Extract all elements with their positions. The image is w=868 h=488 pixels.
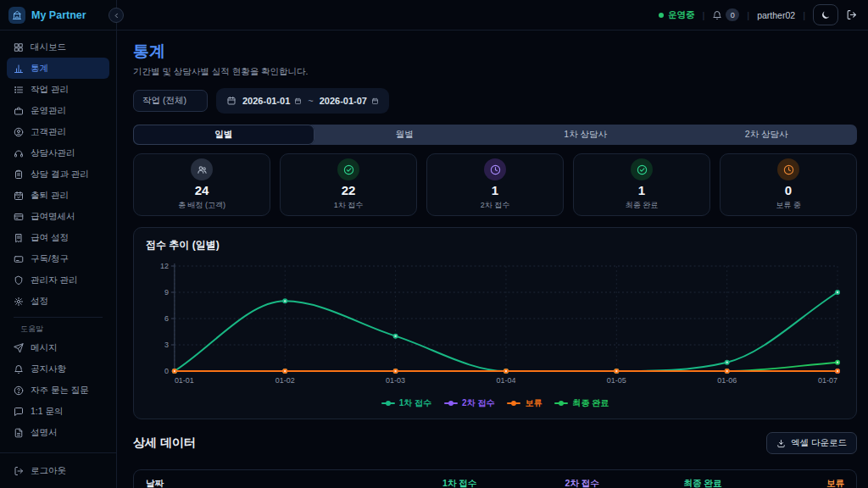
- question-icon: [14, 385, 24, 396]
- sidebar-item-bell[interactable]: 공지사항: [7, 358, 109, 380]
- chevron-left-icon: [113, 12, 120, 19]
- logo-row: My Partner: [0, 0, 116, 30]
- sidebar-item-label: 통계: [31, 63, 48, 75]
- legend-label: 1차 접수: [399, 397, 431, 409]
- page-title: 통계: [133, 41, 857, 63]
- stat-card: 24총 배정 (고객): [133, 153, 270, 216]
- stat-label: 보류 중: [776, 200, 801, 211]
- sidebar-item-label: 운영관리: [31, 105, 66, 117]
- sidebar-item-gear[interactable]: 설정: [7, 291, 109, 312]
- sidebar-item-label: 출퇴 관리: [31, 190, 69, 202]
- clock-icon: [484, 158, 506, 180]
- sidebar-item-calendar-check[interactable]: 출퇴 관리: [7, 185, 109, 206]
- briefcase-icon: [14, 106, 24, 116]
- sidebar-item-tasks[interactable]: 작업 관리: [7, 79, 109, 100]
- page-subtitle: 기간별 및 상담사별 실적 현황을 확인합니다.: [133, 66, 857, 78]
- sidebar-item-label: 설명서: [31, 427, 58, 439]
- stat-value: 24: [195, 183, 209, 197]
- status-dot: [659, 13, 664, 18]
- shield-icon: [14, 275, 24, 286]
- sidebar-item-user[interactable]: 고객관리: [7, 121, 109, 142]
- brand-logo-icon: [8, 7, 25, 24]
- svg-text:6: 6: [164, 314, 169, 323]
- sidebar-item-headset[interactable]: 상담사관리: [7, 142, 109, 164]
- sidebar-item-chat[interactable]: 1:1 문의: [7, 401, 109, 422]
- sidebar-item-clipboard[interactable]: 상담 결과 관리: [7, 164, 109, 185]
- line-chart: 03691201-0101-0201-0301-0401-0501-0601-0…: [146, 259, 844, 395]
- tab-2[interactable]: 1차 상담사: [495, 125, 676, 145]
- bell-icon: [712, 10, 722, 20]
- sidebar-item-briefcase[interactable]: 운영관리: [7, 100, 109, 121]
- sidebar-item-grid[interactable]: 대시보드: [7, 36, 109, 58]
- legend-item[interactable]: 2차 접수: [444, 397, 494, 409]
- stat-label: 2차 접수: [481, 200, 510, 211]
- sidebar-item-doc[interactable]: 설명서: [7, 422, 109, 443]
- sidebar-item-shield[interactable]: 관리자 관리: [7, 269, 109, 291]
- stat-card: 0보류 중: [720, 153, 857, 216]
- legend-item[interactable]: 최종 완료: [554, 397, 609, 409]
- download-icon: [776, 439, 786, 448]
- chart-title: 접수 추이 (일별): [146, 238, 844, 252]
- sidebar-help-label: 도움말: [7, 319, 109, 337]
- legend-item[interactable]: 1차 접수: [381, 397, 431, 409]
- sidebar-collapse-button[interactable]: [108, 8, 124, 23]
- svg-text:12: 12: [160, 262, 169, 270]
- table-column-header: 최종 완료: [599, 478, 722, 488]
- notifications-button[interactable]: 0: [712, 8, 739, 21]
- sidebar: My Partner 대시보드통계작업 관리운영관리고객관리상담사관리상담 결과…: [0, 0, 117, 488]
- sidebar-item-wallet[interactable]: 구독/청구: [7, 248, 109, 269]
- legend-item[interactable]: 보류: [507, 397, 542, 409]
- topbar-separator: |: [702, 10, 704, 20]
- date-to-field[interactable]: 2026-01-07: [320, 96, 379, 106]
- sidebar-item-receipt[interactable]: 급여 설정: [7, 227, 109, 248]
- sidebar-item-question[interactable]: 자주 묻는 질문: [7, 380, 109, 401]
- detail-title: 상세 데이터: [133, 435, 196, 451]
- check-circle-icon: [337, 158, 359, 180]
- doc-icon: [14, 428, 24, 438]
- table-column-header: 2차 접수: [476, 478, 599, 488]
- sidebar-item-label: 구독/청구: [31, 253, 69, 265]
- sidebar-footer: 로그아웃: [0, 452, 116, 488]
- sidebar-item-logout[interactable]: 로그아웃: [7, 460, 109, 481]
- tab-1[interactable]: 월별: [314, 125, 496, 145]
- svg-text:01-05: 01-05: [607, 376, 626, 385]
- calendar-check-icon: [14, 191, 24, 201]
- clipboard-icon: [14, 169, 24, 180]
- tasks-icon: [14, 85, 24, 95]
- legend-label: 최종 완료: [572, 397, 609, 409]
- date-from-field[interactable]: 2026-01-01: [242, 96, 302, 106]
- users-icon: [191, 158, 213, 180]
- job-filter-select[interactable]: 작업 (전체): [133, 90, 208, 112]
- date-range-picker: 2026-01-01 ~ 2026-01-07: [216, 88, 389, 114]
- chart-icon: [14, 64, 24, 74]
- stat-value: 1: [492, 183, 498, 197]
- sidebar-help-items: 메시지공지사항자주 묻는 질문1:1 문의설명서: [7, 337, 109, 443]
- sidebar-item-label: 1:1 문의: [31, 406, 64, 418]
- sidebar-item-label: 대시보드: [31, 42, 66, 53]
- sidebar-item-chart[interactable]: 통계: [7, 58, 109, 79]
- content: 통계 기간별 및 상담사별 실적 현황을 확인합니다. 작업 (전체) 2026…: [117, 30, 868, 488]
- username: parther02: [757, 10, 795, 20]
- logout-button[interactable]: [846, 9, 857, 20]
- table-column-header: 보류: [721, 478, 844, 488]
- sidebar-item-label: 상담사관리: [31, 147, 75, 159]
- svg-text:3: 3: [164, 341, 169, 349]
- stat-value: 1: [638, 183, 645, 197]
- card-icon: [14, 212, 24, 222]
- dark-mode-toggle[interactable]: [813, 4, 838, 25]
- download-label: 엑셀 다운로드: [791, 437, 847, 449]
- clock-icon: [777, 158, 799, 180]
- svg-text:01-07: 01-07: [818, 376, 837, 385]
- sidebar-item-send[interactable]: 메시지: [7, 337, 109, 358]
- sidebar-item-card[interactable]: 급여명세서: [7, 206, 109, 227]
- svg-text:01-03: 01-03: [386, 376, 405, 385]
- tab-3[interactable]: 2차 상담사: [676, 125, 858, 145]
- tab-0[interactable]: 일별: [133, 125, 314, 145]
- stat-label: 최종 완료: [626, 200, 659, 211]
- brand-name: My Partner: [31, 9, 86, 21]
- excel-download-button[interactable]: 엑셀 다운로드: [766, 432, 857, 454]
- legend-label: 2차 접수: [462, 397, 494, 409]
- chat-icon: [14, 407, 24, 417]
- stat-cards: 24총 배정 (고객)221차 접수12차 접수1최종 완료0보류 중: [133, 153, 857, 216]
- legend-label: 보류: [525, 397, 542, 409]
